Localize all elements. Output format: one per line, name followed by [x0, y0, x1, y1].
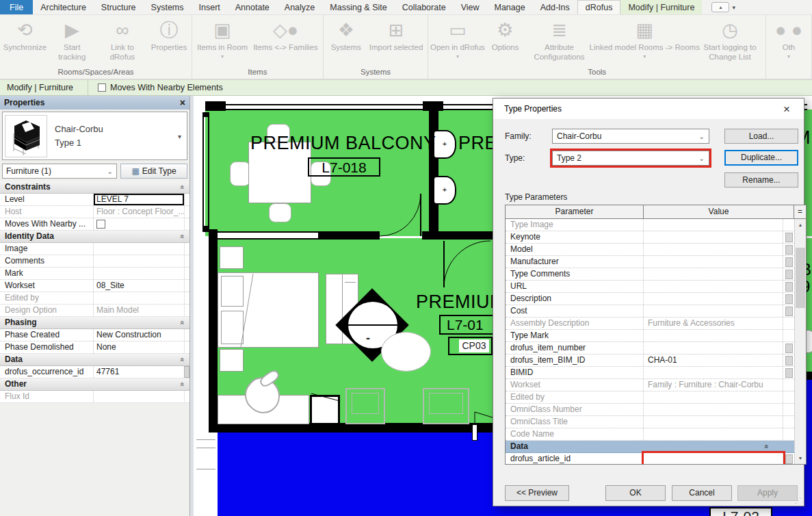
ribbon-button-start-tracking[interactable]: ▶Start tracking [49, 16, 96, 63]
property-value[interactable] [93, 292, 184, 304]
ribbon-display-toggle[interactable]: ▴▾ [711, 0, 735, 14]
chair-plan[interactable] [230, 162, 250, 186]
duplicate-button[interactable]: Duplicate... [724, 150, 798, 166]
associate-param-button[interactable] [785, 270, 793, 279]
rename-button[interactable]: Rename... [724, 172, 798, 188]
param-value[interactable] [644, 404, 783, 415]
param-value[interactable] [644, 305, 783, 317]
sink-plan[interactable]: + [433, 130, 456, 159]
property-value[interactable]: 08_Site [93, 280, 184, 292]
collapse-chevron-icon[interactable]: « [760, 444, 772, 448]
preview-button[interactable]: << Preview [505, 485, 569, 501]
load-button[interactable]: Load... [724, 129, 798, 144]
table-scrollbar[interactable]: ▲ ▼ [794, 219, 806, 464]
ribbon-button-systems[interactable]: ❖Systems [326, 16, 366, 53]
param-value[interactable] [644, 342, 783, 354]
property-value[interactable] [93, 268, 184, 279]
property-value[interactable] [93, 391, 184, 402]
ribbon-button-attribute-configurations[interactable]: ≣Attribute Configurations [526, 16, 592, 63]
param-value[interactable] [644, 330, 783, 341]
property-value[interactable]: 47761 [93, 366, 184, 378]
param-value[interactable] [644, 256, 783, 268]
ribbon-tab[interactable]: Architecture [33, 0, 94, 14]
sofa-plan[interactable] [345, 388, 385, 424]
collapse-chevron-icon[interactable]: « [176, 357, 187, 361]
resize-grip[interactable]: ⋰ [795, 497, 802, 504]
associate-param-button[interactable] [785, 454, 793, 464]
ribbon-button-linked-model-rooms[interactable]: ▦Linked model Rooms -> Rooms▾ [593, 16, 696, 60]
ribbon-tab[interactable]: Annotate [228, 0, 277, 14]
closet-plan[interactable] [310, 395, 340, 425]
family-combo[interactable]: Chair-Corbu ⌄ [552, 129, 709, 144]
collapse-chevron-icon[interactable]: « [176, 382, 187, 386]
ribbon-button-options[interactable]: ⚙Options [485, 16, 525, 53]
param-value[interactable] [644, 428, 783, 440]
properties-panel-header[interactable]: Properties × [0, 96, 189, 109]
param-value[interactable]: Furniture & Accessories [644, 318, 783, 329]
associate-param-button[interactable] [785, 257, 793, 267]
chevron-down-icon[interactable]: ▾ [178, 133, 181, 140]
scroll-up-icon[interactable]: ▲ [795, 219, 806, 231]
ribbon-tab[interactable]: Massing & Site [322, 0, 394, 14]
param-value[interactable]: Family : Furniture : Chair-Corbu [644, 379, 783, 391]
property-value[interactable]: LEVEL 7 [93, 194, 184, 205]
param-value[interactable]: CHA-01 [644, 354, 783, 366]
ribbon-button-link-to-drofus[interactable]: ∞Link to dRofus [97, 16, 148, 63]
sofa-plan[interactable] [423, 388, 469, 424]
param-value[interactable] [644, 416, 783, 428]
nightstand-plan[interactable] [220, 246, 244, 269]
ribbon-tab[interactable]: File [0, 0, 33, 14]
associate-param-button[interactable] [785, 282, 793, 292]
ok-button[interactable]: OK [605, 485, 666, 501]
param-value[interactable] [644, 453, 783, 464]
ribbon-tab[interactable]: Add-Ins [533, 0, 577, 14]
collapse-chevron-icon[interactable]: « [176, 234, 187, 238]
nightstand-plan[interactable] [220, 349, 244, 372]
ribbon-button-synchronize[interactable]: ⟲Synchronize [3, 16, 47, 53]
collapse-chevron-icon[interactable]: « [176, 185, 187, 189]
ribbon-button-import-selected[interactable]: ⊞Import selected [367, 16, 425, 53]
param-value[interactable] [644, 293, 783, 305]
associate-param-button[interactable] [785, 356, 793, 365]
close-icon[interactable]: × [180, 98, 185, 107]
property-value[interactable] [93, 255, 184, 267]
param-value[interactable] [644, 244, 783, 255]
param-value[interactable] [644, 391, 783, 403]
associate-param-button[interactable] [785, 368, 793, 378]
associate-param-button[interactable] [785, 307, 793, 316]
param-value[interactable] [644, 367, 783, 378]
ribbon-button-open-in-drofus[interactable]: ▭Open in dRofus▾ [431, 16, 484, 60]
property-value[interactable]: Floor : Concept Floor_... [93, 206, 184, 218]
param-value[interactable] [644, 231, 783, 243]
ottoman-plan[interactable] [381, 332, 431, 372]
ribbon-button-start-logging[interactable]: ◷Start logging to Change List [697, 16, 763, 63]
ribbon-tab[interactable]: Insert [192, 0, 228, 14]
scroll-down-icon[interactable]: ▼ [795, 452, 806, 464]
dialog-title-bar[interactable]: Type Properties × [493, 99, 804, 119]
ribbon-button-properties[interactable]: ⓘProperties [149, 16, 189, 53]
property-value[interactable]: None [93, 341, 184, 353]
associate-param-button[interactable] [785, 294, 793, 304]
sink-plan[interactable]: + [433, 176, 456, 205]
param-value[interactable] [644, 268, 783, 280]
property-value[interactable]: Main Model [93, 305, 184, 316]
ribbon-tab[interactable]: Modify | Furniture [620, 0, 702, 14]
ribbon-button-items-in-room[interactable]: ▣Items in Room▾ [195, 16, 250, 60]
collapse-chevron-icon[interactable]: « [176, 320, 187, 324]
room-balcony-number-tag[interactable]: L7-018 [308, 157, 380, 177]
param-value[interactable] [644, 219, 783, 231]
ribbon-tab[interactable]: Structure [94, 0, 144, 14]
element-filter-combo[interactable]: Furniture (1) ⌄ [2, 164, 117, 179]
close-icon[interactable]: × [781, 103, 793, 115]
associate-param-button[interactable] [785, 233, 793, 242]
chair-plan[interactable] [269, 203, 291, 222]
room-balcony-name-tag[interactable]: PREMIUM BALCONY [250, 133, 436, 154]
property-value[interactable] [93, 243, 184, 255]
ribbon-button-other[interactable]: ● ●Oth▾ [769, 16, 809, 60]
property-value[interactable] [93, 218, 184, 230]
param-value[interactable] [644, 281, 783, 292]
ribbon-button-items-families[interactable]: ◇●Items <-> Families [251, 16, 320, 53]
property-value[interactable]: New Construction [93, 329, 184, 341]
associate-param-button[interactable] [785, 245, 793, 255]
ribbon-tab[interactable]: Systems [144, 0, 192, 14]
